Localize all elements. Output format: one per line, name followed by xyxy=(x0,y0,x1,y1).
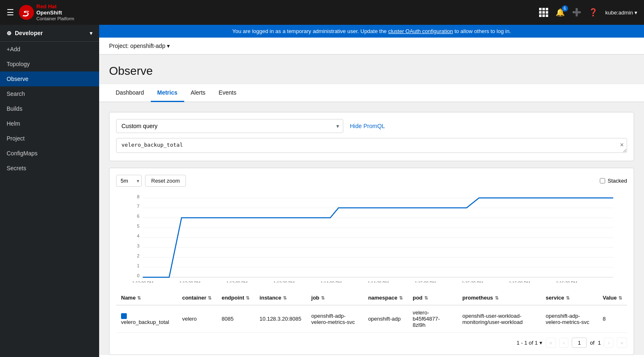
chart-area: 5m15m30m1h2h6h12h1d2d1w2w ▾ Reset zoom S… xyxy=(109,168,634,355)
pagination-range-text: 1 - 1 of 1 xyxy=(516,340,537,346)
table-body: velero_backup_totalvelero808510.128.3.20… xyxy=(116,305,627,333)
stacked-checkbox[interactable] xyxy=(600,178,605,183)
user-menu[interactable]: kube:admin ▾ xyxy=(605,10,637,16)
pagination-of-label: of xyxy=(590,340,594,346)
perspective-icon: ⊕ xyxy=(7,30,12,36)
sidebar-item-helm[interactable]: Helm xyxy=(0,116,99,131)
query-type-select-wrap: Custom query ▾ xyxy=(116,119,343,133)
sidebar-mode-text: Developer xyxy=(15,30,43,36)
topnav: ☰ Red Hat OpenShift Container Platform 🔔… xyxy=(0,0,644,25)
table-header-container[interactable]: container⇅ xyxy=(177,290,217,305)
table-row: velero_backup_totalvelero808510.128.3.20… xyxy=(116,305,627,333)
table-header-name[interactable]: Name⇅ xyxy=(116,290,177,305)
promql-textarea-wrap: velero_backup_total × xyxy=(116,138,627,154)
svg-text:1:16:30 PM: 1:16:30 PM xyxy=(556,281,577,283)
svg-text:4: 4 xyxy=(137,233,139,238)
table-cell-container: velero xyxy=(177,305,217,333)
pagination-dropdown-icon[interactable]: ▾ xyxy=(539,340,542,346)
table-cell-service: openshift-adp-velero-metrics-svc xyxy=(541,305,598,333)
chart-svg-wrap: 0 1 2 3 4 5 6 7 8 xyxy=(116,192,627,284)
query-type-select[interactable]: Custom query xyxy=(116,119,343,133)
logo: Red Hat OpenShift Container Platform xyxy=(19,3,74,21)
table-header-job[interactable]: job⇅ xyxy=(307,290,364,305)
sort-icon: ⇅ xyxy=(283,295,287,300)
info-banner: You are logged in as a temporary adminis… xyxy=(99,25,644,38)
sidebar-item-search[interactable]: Search xyxy=(0,86,99,101)
tab-events[interactable]: Events xyxy=(212,84,243,102)
sidebar-item-configmaps[interactable]: ConfigMaps xyxy=(0,146,99,161)
add-icon[interactable]: ➕ xyxy=(572,8,581,17)
project-bar: Project: openshift-adp ▾ xyxy=(99,38,644,55)
brand-redhat: Red Hat xyxy=(36,3,74,10)
table-header-instance[interactable]: instance⇅ xyxy=(254,290,306,305)
svg-text:7: 7 xyxy=(137,204,139,209)
tab-alerts[interactable]: Alerts xyxy=(184,84,212,102)
pagination-next-button[interactable]: › xyxy=(604,338,613,348)
table-cell-value: 8 xyxy=(598,305,627,333)
pagination-range: 1 - 1 of 1 ▾ xyxy=(516,340,542,346)
tab-metrics[interactable]: Metrics xyxy=(151,84,184,102)
sort-icon: ⇅ xyxy=(424,295,428,300)
table-cell-prometheus: openshift-user-workload-monitoring/user-… xyxy=(457,305,541,333)
promql-input[interactable]: velero_backup_total xyxy=(116,138,627,153)
svg-text:1:15:30 PM: 1:15:30 PM xyxy=(462,281,483,283)
svg-text:1:13:00 PM: 1:13:00 PM xyxy=(226,281,247,283)
sidebar-item-project[interactable]: Project xyxy=(0,131,99,146)
table-cell-job: openshift-adp-velero-metrics-svc xyxy=(307,305,364,333)
sort-icon: ⇅ xyxy=(495,295,499,300)
metrics-table: Name⇅container⇅endpoint⇅instance⇅job⇅nam… xyxy=(116,290,627,333)
oauth-config-link[interactable]: cluster OAuth configuration xyxy=(388,28,453,34)
sidebar-item-observe[interactable]: Observe xyxy=(0,71,99,86)
chart-controls-left: 5m15m30m1h2h6h12h1d2d1w2w ▾ Reset zoom xyxy=(116,175,186,187)
chart-controls-right: Stacked xyxy=(600,178,627,184)
promql-clear-button[interactable]: × xyxy=(620,141,624,149)
svg-text:6: 6 xyxy=(137,214,139,219)
table-header-service[interactable]: service⇅ xyxy=(541,290,598,305)
svg-text:1: 1 xyxy=(137,263,139,268)
pagination-first-button[interactable]: « xyxy=(546,338,556,348)
tab-dashboard[interactable]: Dashboard xyxy=(109,84,151,102)
table-header-endpoint[interactable]: endpoint⇅ xyxy=(216,290,254,305)
sidebar-mode-label: ⊕ Developer xyxy=(7,30,43,36)
apps-icon[interactable] xyxy=(539,8,548,17)
metrics-chart[interactable]: 0 1 2 3 4 5 6 7 8 xyxy=(116,192,627,283)
project-selector[interactable]: Project: openshift-adp ▾ xyxy=(109,43,170,49)
sidebar-item-secrets[interactable]: Secrets xyxy=(0,161,99,176)
svg-text:1:14:30 PM: 1:14:30 PM xyxy=(368,281,389,283)
sort-icon: ⇅ xyxy=(246,295,250,300)
hamburger-icon[interactable]: ☰ xyxy=(7,7,14,17)
pagination-total-pages: 1 xyxy=(598,340,601,346)
table-header-namespace[interactable]: namespace⇅ xyxy=(363,290,408,305)
table-header-value[interactable]: Value⇅ xyxy=(598,290,627,305)
table-header-prometheus[interactable]: prometheus⇅ xyxy=(457,290,541,305)
table-header-pod[interactable]: pod⇅ xyxy=(408,290,457,305)
sort-icon: ⇅ xyxy=(618,295,622,300)
pagination-page-input[interactable] xyxy=(572,338,587,348)
svg-text:1:12:00 PM: 1:12:00 PM xyxy=(132,281,153,283)
page-content: Observe DashboardMetricsAlertsEvents Cus… xyxy=(99,55,644,355)
svg-text:0: 0 xyxy=(137,273,139,278)
notifications-icon[interactable]: 🔔 6 xyxy=(556,8,565,17)
brand-container: Container Platform xyxy=(36,16,74,21)
time-range-select[interactable]: 5m15m30m1h2h6h12h1d2d1w2w xyxy=(116,175,142,187)
hide-promql-button[interactable]: Hide PromQL xyxy=(348,119,387,133)
svg-text:1:12:30 PM: 1:12:30 PM xyxy=(179,281,200,283)
sidebar-item-add[interactable]: +Add xyxy=(0,42,99,57)
sidebar-item-builds[interactable]: Builds xyxy=(0,101,99,116)
sidebar-item-topology[interactable]: Topology xyxy=(0,57,99,71)
info-banner-text-before: You are logged in as a temporary adminis… xyxy=(232,28,388,34)
pagination-prev-button[interactable]: ‹ xyxy=(559,338,568,348)
sort-icon: ⇅ xyxy=(399,295,403,300)
query-section: Custom query ▾ Hide PromQL velero_backup… xyxy=(109,112,634,161)
svg-text:1:14:00 PM: 1:14:00 PM xyxy=(321,281,342,283)
table-cell-instance: 10.128.3.20:8085 xyxy=(254,305,306,333)
help-icon[interactable]: ❓ xyxy=(589,8,598,17)
topnav-actions: 🔔 6 ➕ ❓ kube:admin ▾ xyxy=(539,8,637,17)
pagination-last-button[interactable]: » xyxy=(617,338,627,348)
time-range-select-wrap: 5m15m30m1h2h6h12h1d2d1w2w ▾ xyxy=(116,175,142,187)
reset-zoom-button[interactable]: Reset zoom xyxy=(145,175,186,187)
svg-text:1:15:00 PM: 1:15:00 PM xyxy=(415,281,436,283)
sort-icon: ⇅ xyxy=(208,295,211,300)
sort-icon: ⇅ xyxy=(566,295,570,300)
sidebar-mode-switcher[interactable]: ⊕ Developer ▾ xyxy=(0,25,99,42)
